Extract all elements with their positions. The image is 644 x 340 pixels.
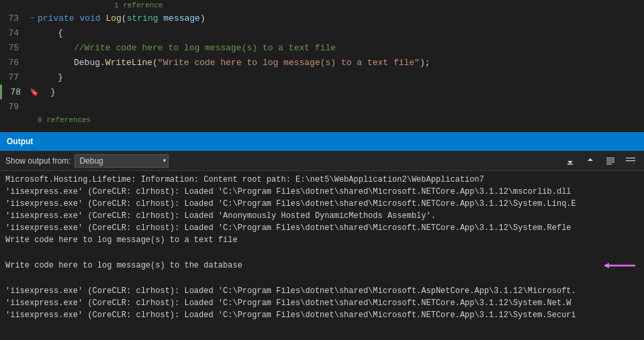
- line-gutter: 🔖: [29, 88, 40, 97]
- output-highlighted-line: Write code here to log message(s) to the…: [5, 246, 639, 285]
- bookmark-icon: 🔖: [30, 88, 39, 97]
- output-content: Microsoft.Hosting.Lifetime: Information:…: [0, 171, 644, 340]
- arrow-annotation: [543, 246, 639, 285]
- code-editor: 73 − private void Log(string message) 74…: [0, 11, 644, 132]
- code-line-77: 77 }: [0, 70, 644, 84]
- output-line: 'iisexpress.exe' (CoreCLR: clrhost): Loa…: [5, 297, 639, 309]
- svg-rect-5: [626, 158, 635, 158]
- line-number: 73: [0, 13, 27, 23]
- code-line-75: 75 //Write code here to log message(s) t…: [0, 40, 644, 55]
- code-line-76: 76 Debug.WriteLine("Write code here to l…: [0, 55, 644, 70]
- output-line: Write code here to log message(s) to a t…: [5, 234, 639, 246]
- output-panel: Output Show output from: Debug ▼: [0, 132, 644, 340]
- output-toolbar: Show output from: Debug ▼: [0, 151, 644, 171]
- next-reference-indicator: 0 references: [0, 114, 644, 126]
- line-number: 74: [0, 28, 27, 38]
- svg-rect-3: [606, 162, 614, 162]
- line-number: 79: [0, 102, 27, 112]
- svg-rect-2: [606, 160, 614, 160]
- output-line: 'iisexpress.exe' (CoreCLR: clrhost): Loa…: [5, 285, 639, 297]
- line-gutter: −: [27, 15, 38, 22]
- line-number: 75: [0, 43, 27, 53]
- scroll-up-button[interactable]: [582, 154, 598, 168]
- code-content: Debug.WriteLine("Write code here to log …: [38, 58, 644, 68]
- output-line: Microsoft.Hosting.Lifetime: Information:…: [5, 174, 639, 186]
- scroll-to-end-button[interactable]: [562, 154, 578, 168]
- code-content: private void Log(string message): [38, 13, 644, 23]
- code-content: {: [38, 28, 644, 38]
- output-line: 'iisexpress.exe' (CoreCLR: clrhost): Loa…: [5, 198, 639, 210]
- code-line-73: 73 − private void Log(string message): [0, 11, 644, 25]
- collapse-icon[interactable]: −: [30, 15, 34, 22]
- svg-marker-7: [604, 263, 609, 268]
- word-wrap-button[interactable]: [623, 154, 639, 168]
- output-header: Output: [0, 132, 644, 151]
- code-content: }: [38, 72, 644, 82]
- clear-output-button[interactable]: [602, 154, 618, 168]
- code-content: }: [40, 87, 644, 97]
- code-content: //Write code here to log message(s) to a…: [38, 43, 644, 53]
- svg-rect-0: [567, 164, 573, 165]
- code-line-78: 78 🔖 }: [0, 84, 644, 99]
- output-line: 'iisexpress.exe' (CoreCLR: clrhost): Loa…: [5, 309, 639, 321]
- debug-source-dropdown[interactable]: Debug: [75, 154, 169, 168]
- output-line: 'iisexpress.exe' (CoreCLR: clrhost): Loa…: [5, 222, 639, 234]
- reference-count: 1 reference: [114, 1, 163, 9]
- output-title: Output: [7, 137, 33, 146]
- output-line: 'iisexpress.exe' (CoreCLR: clrhost): Loa…: [5, 186, 639, 198]
- debug-dropdown-container[interactable]: Debug ▼: [75, 154, 169, 168]
- line-number: 78: [2, 87, 29, 97]
- show-output-label: Show output from:: [5, 156, 71, 166]
- line-number: 76: [0, 58, 27, 68]
- line-number: 77: [0, 72, 27, 82]
- svg-rect-4: [606, 164, 612, 164]
- svg-rect-1: [606, 158, 614, 158]
- code-line-74: 74 {: [0, 25, 644, 40]
- svg-rect-6: [626, 160, 635, 161]
- output-line: 'iisexpress.exe' (CoreCLR: clrhost): Loa…: [5, 210, 639, 222]
- reference-indicator: 1 reference: [0, 0, 644, 11]
- code-line-79: 79: [0, 99, 644, 114]
